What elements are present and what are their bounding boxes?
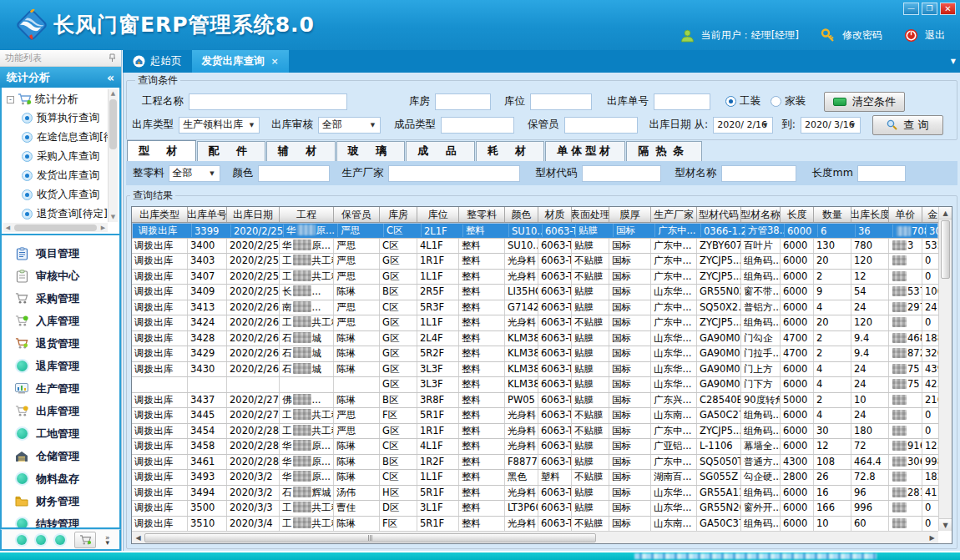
sidebar-menu-item-6[interactable]: 生产管理 — [2, 377, 119, 400]
home-decoration-radio[interactable] — [771, 96, 781, 107]
search-button[interactable]: 查 询 — [872, 115, 943, 135]
length-input[interactable] — [857, 165, 906, 182]
table-row[interactable]: 调拨出库34072020/2/25工共工程严思G区1L1F整料光身料6063-T… — [132, 270, 938, 285]
tree-item-3[interactable]: 发货出库查询 — [3, 166, 108, 185]
date-from-select[interactable]: 2020/ 2/16▼ — [713, 117, 773, 134]
column-header-0[interactable]: 出库类型 — [132, 207, 188, 222]
date-to-select[interactable]: 2020/ 3/16▼ — [801, 117, 861, 134]
column-header-4[interactable]: 保管员 — [334, 207, 380, 222]
tab-shipping-query[interactable]: 发货出库查询 × — [192, 50, 289, 73]
column-header-19[interactable]: 金 — [922, 207, 938, 222]
tree-vertical-scrollbar[interactable]: ▲ ▼ — [108, 89, 118, 222]
sidebar-menu-item-5[interactable]: 退库管理 — [2, 355, 119, 377]
column-header-5[interactable]: 库房 — [380, 207, 417, 222]
color-input[interactable] — [258, 165, 330, 182]
sidebar-menu-item-2[interactable]: 采购管理 — [2, 287, 119, 310]
table-row[interactable]: 调拨出库35002020/3/3工共工程曹佳D区3L1F整料LT3P606063… — [132, 501, 938, 517]
column-header-10[interactable]: 表面处理 — [572, 207, 609, 222]
quick-dot-icon[interactable] — [55, 535, 65, 545]
tab-close-icon[interactable]: × — [271, 56, 279, 67]
pin-icon[interactable] — [109, 53, 116, 63]
sidebar-menu-item-3[interactable]: 入库管理 — [2, 310, 119, 332]
table-row[interactable]: 调拨出库34372020/2/27佛...陈琳B区3R8F整料PW056063-… — [132, 393, 938, 409]
column-header-16[interactable]: 数量 — [814, 207, 851, 222]
material-tab-0[interactable]: 型 材 — [127, 140, 196, 161]
scroll-left-icon[interactable]: ◀ — [132, 534, 144, 542]
table-row[interactable]: 调拨出库34092020/2/25长...陈琳B区2R5F整料LI35HO606… — [132, 285, 938, 300]
sidebar-menu-item-9[interactable]: 仓储管理 — [2, 445, 119, 467]
tree-item-1[interactable]: 在途信息查询[待 — [3, 128, 108, 147]
column-header-3[interactable]: 工程 — [280, 207, 334, 222]
grid-vertical-scrollbar[interactable]: ▲ ▼ — [938, 207, 952, 531]
close-button[interactable]: ✕ — [940, 3, 956, 15]
cart-tool-button[interactable] — [74, 532, 96, 548]
material-tab-3[interactable]: 玻 璃 — [336, 141, 406, 161]
outbound-type-select[interactable]: 生产领料出库▼ — [179, 117, 260, 134]
keeper-input[interactable] — [564, 117, 638, 134]
column-header-8[interactable]: 颜色 — [505, 207, 538, 222]
minimize-button[interactable]: — — [903, 3, 919, 15]
material-tab-2[interactable]: 辅 材 — [266, 141, 336, 161]
tree-root-node[interactable]: - 统计分析 — [3, 89, 108, 108]
material-tab-1[interactable]: 配 件 — [197, 141, 266, 161]
sidebar-menu-item-11[interactable]: 财务管理 — [2, 490, 119, 512]
column-header-11[interactable]: 膜厚 — [609, 207, 651, 222]
scroll-up-icon[interactable]: ▲ — [109, 89, 118, 98]
scroll-right-icon[interactable]: ▶ — [926, 534, 938, 542]
column-header-14[interactable]: 型材名称 — [741, 207, 781, 222]
order-no-input[interactable] — [654, 93, 710, 110]
product-type-input[interactable] — [441, 117, 514, 134]
grid-horizontal-scrollbar[interactable]: ◀ ▶ — [132, 531, 938, 543]
table-row[interactable]: 调拨出库34292020/2/26石城陈琳G区5R2F整料KLM38176063… — [132, 346, 938, 362]
change-password-link[interactable]: 修改密码 — [842, 28, 882, 43]
home-decoration-label[interactable]: 家装 — [785, 94, 806, 108]
warehouse-input[interactable] — [435, 93, 491, 110]
column-header-15[interactable]: 长度 — [781, 207, 814, 222]
table-row[interactable]: 调拨出库34942020/3/2石辉城汤伟H区5R1F整料光身料6063-T5贴… — [132, 486, 938, 502]
audit-select[interactable]: 全部▼ — [318, 117, 381, 134]
table-row[interactable]: 调拨出库34242020/2/26工共工程严思G区1L1F整料光身料6063-T… — [132, 315, 938, 331]
table-row[interactable]: 调拨出库35102020/3/4工共工程陈琳F区5R1F整料光身料6063-T5… — [132, 517, 938, 532]
part-select[interactable]: 全部▼ — [169, 165, 220, 182]
work-decoration-label[interactable]: 工装 — [740, 94, 760, 108]
column-header-13[interactable]: 型材代码 — [697, 207, 741, 222]
column-header-17[interactable]: 出库长度 — [851, 207, 889, 222]
profile-name-input[interactable] — [721, 165, 796, 182]
scroll-down-icon[interactable]: ▼ — [939, 518, 952, 531]
tree-horizontal-scrollbar[interactable]: ◀ ▶ — [3, 223, 108, 232]
material-tab-4[interactable]: 成 品 — [406, 141, 475, 161]
logout-link[interactable]: 退出 — [925, 28, 945, 43]
tree-item-5[interactable]: 退货查询[待定] — [3, 204, 108, 224]
maximize-button[interactable]: ❐ — [922, 3, 937, 15]
hscroll-thumb[interactable] — [144, 533, 596, 542]
column-header-1[interactable]: 出库单号 — [188, 207, 227, 222]
table-row[interactable]: 调拨出库34542020/2/28工共工程严思G区1R1F整料光身料6063-T… — [132, 424, 938, 440]
manufacturer-input[interactable] — [388, 165, 520, 182]
quick-dot-icon[interactable] — [36, 535, 46, 545]
column-header-12[interactable]: 生产厂家 — [651, 207, 697, 222]
more-menus-button[interactable]: »▾ — [105, 535, 110, 545]
table-row[interactable]: 调拨出库33992020/2/25华原...严思C区2L1F整料SU10...6… — [132, 223, 938, 239]
material-tab-5[interactable]: 耗 材 — [476, 141, 545, 161]
table-row[interactable]: 调拨出库34582020/2/28华原...陈琳C区4L1F整料光身料6063-… — [132, 439, 938, 455]
table-row[interactable]: 调拨出库34302020/2/26石城陈琳G区3L3F整料KLM38176063… — [132, 362, 938, 378]
table-row[interactable]: 调拨出库34032020/2/25工共工程严思G区1R1F整料光身料6063-T… — [132, 254, 938, 270]
location-input[interactable] — [530, 93, 592, 110]
clear-conditions-button[interactable]: 清空条件 — [824, 92, 905, 112]
sidebar-menu-item-10[interactable]: 物料盘存 — [2, 467, 119, 490]
tab-home[interactable]: 起始页 — [123, 50, 192, 73]
tree-item-2[interactable]: 采购入库查询 — [3, 147, 108, 166]
scroll-right-icon[interactable]: ▶ — [99, 225, 108, 231]
column-header-2[interactable]: 出库日期 — [227, 207, 280, 222]
sidebar-menu-item-12[interactable]: 结转管理 — [2, 512, 119, 529]
sidebar-menu-item-7[interactable]: 出库管理 — [2, 400, 119, 422]
tree-item-0[interactable]: 预算执行查询 — [3, 108, 108, 128]
table-row[interactable]: 调拨出库34282020/2/26石城陈琳G区2L4F整料KLM38176063… — [132, 331, 938, 347]
table-row[interactable]: 调拨出库34132020/2/26南...严思C区5R3F整料G71422606… — [132, 300, 938, 316]
work-decoration-radio[interactable] — [725, 96, 736, 107]
column-header-9[interactable]: 材质 — [538, 207, 572, 222]
table-row[interactable]: G区3L3F整料KLM38176063-T5贴膜国标山东华...GA90M09.… — [132, 377, 938, 393]
table-row[interactable]: 调拨出库34932020/3/2华原...陈琳C区1L1F整料黑色塑料不贴膜国标… — [132, 470, 938, 486]
table-row[interactable]: 调拨出库34452020/2/27工共工程严思F区5R1F整料光身料6063-T… — [132, 408, 938, 424]
sidebar-menu-item-0[interactable]: 项目管理 — [2, 242, 119, 265]
